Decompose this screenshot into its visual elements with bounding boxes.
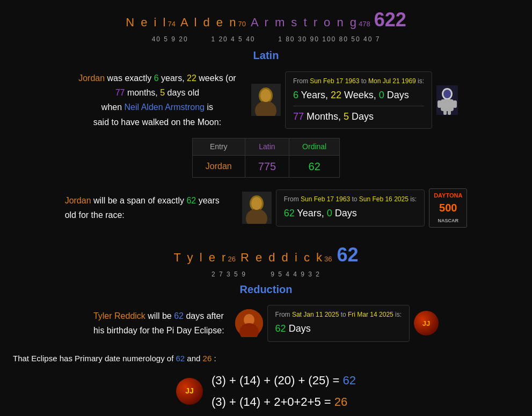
eclipse-text: That Eclipse has Primary date numerology…: [11, 353, 521, 365]
neil-total: 622: [374, 5, 406, 34]
jordan-name-2: Jordan: [65, 196, 91, 205]
neil-first-nums: 40 5 9 20: [152, 35, 188, 43]
col-latin: Latin: [245, 138, 289, 155]
formula-lines: (3) + (14) + (20) + (25) = 62 (3) + (14)…: [212, 370, 356, 412]
jordan-span-section: Jordan will be a span of exactly 62 year…: [11, 188, 521, 228]
span-box-line1: 62 Years, 0 Days: [284, 206, 417, 221]
jordan-name-1: Jordan: [78, 74, 105, 83]
tyler-portrait: [235, 309, 263, 337]
tyler-total: 62: [337, 240, 359, 269]
tyler-date-to: Fri Mar 14 2025: [348, 311, 393, 318]
neil-middle-nums: 1 20 4 5 40: [211, 35, 255, 43]
jordan-moon-section: Jordan was exactly 6 years, 22 weeks (or…: [11, 71, 521, 129]
gematria-table: Entry Latin Ordinal Jordan 775 62: [192, 138, 340, 178]
jordan-days: 5: [160, 88, 165, 97]
tyler-first-name: T y l e r: [173, 249, 227, 266]
svg-point-6: [443, 90, 451, 98]
formula-line1: (3) + (14) + (20) + (25) = 62: [212, 370, 356, 391]
tyler-last-nums: 9 5 4 4 9 3 2: [271, 271, 320, 278]
neil-spacer2: [263, 35, 271, 43]
row-name: Jordan: [192, 155, 245, 177]
span-text-pre: will be a span of exactly: [93, 196, 186, 205]
col-ordinal: Ordinal: [289, 138, 340, 155]
neil-name-header: N e i l 74 A l d e n 70 A r m s t r o n …: [11, 5, 521, 44]
row-latin: 775: [245, 155, 289, 177]
tyler-datebox: From Sat Jan 11 2025 to Fri Mar 14 2025 …: [267, 305, 410, 342]
formula-icon-text: JJ: [185, 385, 194, 397]
moon-date-header: From Sun Feb 17 1963 to Mon Jul 21 1969 …: [293, 76, 424, 86]
jordan-moon-text: Jordan was exactly 6 years, 22 weeks (or…: [74, 71, 241, 129]
tyler-will-text: Tyler Reddick will be 62 days afterhis b…: [93, 309, 224, 338]
latin-label: Latin: [11, 47, 521, 63]
svg-point-15: [251, 197, 262, 210]
tyler-numbers-row: 2 7 3 5 9 9 5 4 4 9 3 2: [11, 269, 521, 279]
neil-last-sum: 478: [359, 19, 370, 30]
span-date-to: Sun Feb 16 2025: [359, 195, 409, 203]
jordan-span-datebox: From Sun Feb 17 1963 to Sun Feb 16 2025 …: [276, 189, 425, 227]
jordan-portrait: [251, 84, 281, 116]
formula-line2: (3) + (14) + 2+0+2+5 = 26: [212, 391, 356, 413]
tyler-date-header: From Sat Jan 11 2025 to Fri Mar 14 2025 …: [275, 310, 402, 319]
neil-first-name: N e i l: [126, 13, 167, 31]
moon-box-line1: 6 Years, 22 Weeks, 0 Days: [293, 88, 424, 103]
svg-rect-9: [453, 100, 457, 108]
formula-icon: JJ: [176, 378, 203, 405]
span-date-from: Sun Feb 17 1963: [301, 195, 350, 203]
neil-first-sum: 74: [167, 19, 175, 30]
moon-date-to: Mon Jul 21 1969: [368, 77, 416, 85]
tyler-last-name: R e d d i c k: [241, 249, 324, 266]
jordan-moon-datebox: From Sun Feb 17 1963 to Mon Jul 21 1969 …: [285, 71, 432, 129]
span-years: 62: [186, 196, 196, 205]
page-wrapper: N e i l 74 A l d e n 70 A r m s t r o n …: [0, 0, 532, 416]
astronaut-image: [436, 85, 458, 115]
neil-last-nums: 1 80 30 90 100 80 50 40 7: [278, 35, 380, 43]
neil-spacer1: [195, 35, 204, 43]
tyler-will-section: Tyler Reddick will be 62 days afterhis b…: [11, 305, 521, 342]
jordan-months: 77: [115, 88, 125, 97]
neil-numbers-row: 40 5 9 20 1 20 4 5 40 1 80 30 90 100 80 …: [11, 34, 521, 44]
jordan-span-text: Jordan will be a span of exactly 62 year…: [65, 193, 231, 222]
reduction-label: Reduction: [11, 281, 521, 297]
tyler-days: 62: [174, 311, 184, 320]
eclipse-formula-section: JJ (3) + (14) + (20) + (25) = 62 (3) + (…: [11, 370, 521, 412]
moon-date-from: Sun Feb 17 1963: [310, 77, 359, 85]
span-date-header: From Sun Feb 17 1963 to Sun Feb 16 2025 …: [284, 194, 417, 204]
eclipse-and: and: [187, 354, 202, 363]
svg-rect-11: [448, 110, 451, 115]
jj-icon-tyler: JJ: [414, 311, 439, 335]
tyler-name-ref: Tyler Reddick: [93, 311, 145, 320]
svg-rect-10: [443, 110, 447, 115]
row-ordinal: 62: [289, 155, 340, 177]
moon-box-line2: 77 Months, 5 Days: [293, 110, 424, 124]
neil-middle-sum: 70: [238, 19, 245, 30]
jordan-months-label: months,: [127, 88, 160, 97]
neil-name-line: N e i l 74 A l d e n 70 A r m s t r o n …: [11, 5, 521, 34]
tyler-text-pre: will be: [148, 311, 174, 320]
col-entry: Entry: [192, 138, 245, 155]
svg-rect-8: [438, 100, 441, 108]
tyler-last-sum: 36: [324, 254, 332, 265]
eclipse-num2: 26: [203, 354, 212, 363]
tyler-date-from: Sat Jan 11 2025: [292, 311, 339, 318]
jordan-text-pre: was exactly: [107, 74, 154, 83]
jordan-weeks-label: weeks (or: [199, 74, 236, 83]
eclipse-colon: :: [214, 354, 216, 363]
daytona-logo: DAYTONA500NASCAR: [429, 188, 467, 228]
tyler-box-line1: 62 Days: [275, 322, 402, 336]
neil-name-ref: Neil Alden Armstrong: [125, 103, 205, 112]
svg-rect-7: [441, 99, 454, 111]
jordan-years-label: years,: [161, 74, 187, 83]
tyler-first-sum: 26: [228, 254, 235, 265]
tyler-name-line: T y l e r 26 R e d d i c k 36 62: [11, 240, 521, 269]
neil-middle-name: A l d e n: [180, 13, 238, 31]
tyler-name-header: T y l e r 26 R e d d i c k 36 62 2 7 3 5…: [11, 240, 521, 279]
tyler-first-nums: 2 7 3 5 9: [212, 271, 246, 278]
jordan-years: 6: [154, 74, 159, 83]
eclipse-text-pre: That Eclipse has Primary date numerology…: [13, 354, 173, 363]
jordan-weeks: 22: [187, 74, 196, 83]
jordan-portrait-2: [242, 192, 272, 224]
eclipse-num1: 62: [176, 354, 185, 363]
svg-point-3: [260, 89, 271, 102]
neil-last-name: A r m s t r o n g: [251, 13, 358, 31]
